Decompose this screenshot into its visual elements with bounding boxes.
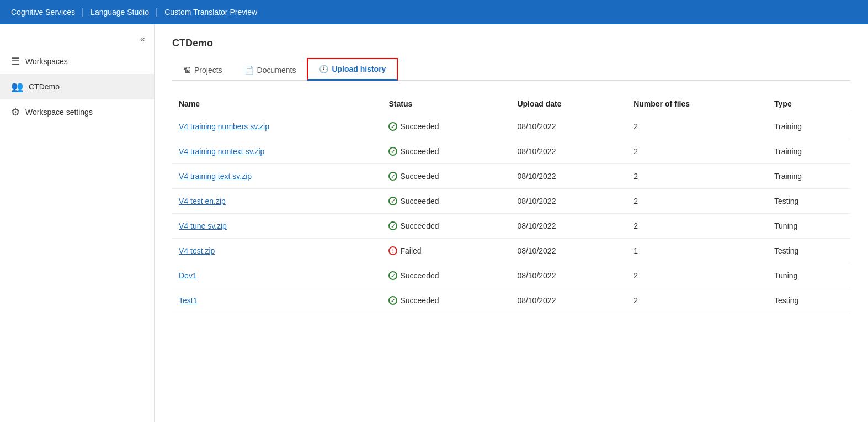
success-icon: ✓	[388, 172, 397, 181]
success-icon: ✓	[388, 221, 397, 230]
col-header-name: Name	[172, 94, 382, 114]
type-cell: Testing	[768, 288, 850, 313]
sidebar: « ☰ Workspaces 👥 CTDemo ⚙ Workspace sett…	[0, 24, 155, 422]
status-cell: ✓Succeeded	[388, 147, 504, 156]
table-row: V4 test.zip!Failed08/10/20221Testing	[172, 239, 850, 263]
page-title: CTDemo	[172, 38, 850, 49]
num-files-cell: 1	[627, 239, 768, 263]
top-bar: Cognitive Services | Language Studio | C…	[0, 0, 868, 24]
num-files-cell: 2	[627, 263, 768, 288]
settings-icon: ⚙	[11, 106, 20, 118]
row-name-link[interactable]: V4 test en.zip	[179, 197, 226, 205]
status-text: Succeeded	[400, 271, 439, 280]
upload-date-cell: 08/10/2022	[510, 263, 627, 288]
table-row: V4 tune sv.zip✓Succeeded08/10/20222Tunin…	[172, 214, 850, 239]
main-content: CTDemo 🏗 Projects 📄 Documents 🕐 Upload h…	[155, 24, 868, 422]
col-header-status: Status	[382, 94, 510, 114]
type-cell: Tuning	[768, 214, 850, 239]
num-files-cell: 2	[627, 214, 768, 239]
status-text: Failed	[400, 246, 421, 255]
status-text: Succeeded	[400, 122, 439, 131]
table-row: V4 training numbers sv.zip✓Succeeded08/1…	[172, 114, 850, 139]
topbar-divider-2: |	[156, 7, 158, 17]
sidebar-item-ctdemo[interactable]: 👥 CTDemo	[0, 74, 154, 99]
sidebar-item-workspaces[interactable]: ☰ Workspaces	[0, 49, 154, 74]
tabs-container: 🏗 Projects 📄 Documents 🕐 Upload history	[172, 58, 850, 81]
upload-date-cell: 08/10/2022	[510, 114, 627, 139]
status-cell: ✓Succeeded	[388, 296, 504, 305]
upload-date-cell: 08/10/2022	[510, 189, 627, 214]
status-cell: ✓Succeeded	[388, 271, 504, 280]
num-files-cell: 2	[627, 288, 768, 313]
upload-history-table: Name Status Upload date Number of files …	[172, 94, 850, 313]
table-row: V4 test en.zip✓Succeeded08/10/20222Testi…	[172, 189, 850, 214]
type-cell: Tuning	[768, 263, 850, 288]
upload-date-cell: 08/10/2022	[510, 239, 627, 263]
success-icon: ✓	[388, 197, 397, 205]
table-row: Dev1✓Succeeded08/10/20222Tuning	[172, 263, 850, 288]
tab-documents-label: Documents	[257, 66, 296, 75]
table-row: V4 training nontext sv.zip✓Succeeded08/1…	[172, 139, 850, 164]
table-row: Test1✓Succeeded08/10/20222Testing	[172, 288, 850, 313]
status-text: Succeeded	[400, 296, 439, 305]
collapse-icon: «	[140, 34, 145, 44]
row-name-link[interactable]: V4 tune sv.zip	[179, 221, 227, 230]
tab-projects-label: Projects	[194, 66, 222, 75]
row-name-link[interactable]: V4 training nontext sv.zip	[179, 147, 264, 156]
upload-date-cell: 08/10/2022	[510, 288, 627, 313]
status-text: Succeeded	[400, 197, 439, 205]
upload-history-icon: 🕐	[319, 65, 328, 73]
status-cell: ✓Succeeded	[388, 122, 504, 131]
success-icon: ✓	[388, 271, 397, 280]
sidebar-item-workspace-settings[interactable]: ⚙ Workspace settings	[0, 99, 154, 125]
failed-icon: !	[388, 246, 397, 255]
status-cell: !Failed	[388, 246, 504, 255]
documents-icon: 📄	[244, 66, 254, 75]
projects-icon: 🏗	[183, 66, 191, 75]
app-layout: « ☰ Workspaces 👥 CTDemo ⚙ Workspace sett…	[0, 24, 868, 422]
col-header-num-files: Number of files	[627, 94, 768, 114]
success-icon: ✓	[388, 147, 397, 156]
upload-date-cell: 08/10/2022	[510, 164, 627, 189]
type-cell: Training	[768, 164, 850, 189]
status-cell: ✓Succeeded	[388, 197, 504, 205]
success-icon: ✓	[388, 122, 397, 131]
row-name-link[interactable]: V4 training text sv.zip	[179, 172, 252, 181]
num-files-cell: 2	[627, 164, 768, 189]
table-row: V4 training text sv.zip✓Succeeded08/10/2…	[172, 164, 850, 189]
type-cell: Training	[768, 114, 850, 139]
sidebar-item-label-ctdemo: CTDemo	[29, 82, 60, 91]
topbar-custom-translator[interactable]: Custom Translator Preview	[164, 8, 257, 17]
status-cell: ✓Succeeded	[388, 221, 504, 230]
status-text: Succeeded	[400, 221, 439, 230]
upload-date-cell: 08/10/2022	[510, 214, 627, 239]
tab-projects[interactable]: 🏗 Projects	[172, 60, 233, 80]
tab-upload-history[interactable]: 🕐 Upload history	[307, 58, 398, 81]
num-files-cell: 2	[627, 189, 768, 214]
type-cell: Testing	[768, 189, 850, 214]
row-name-link[interactable]: V4 training numbers sv.zip	[179, 122, 269, 131]
topbar-cognitive-services[interactable]: Cognitive Services	[11, 8, 75, 17]
upload-date-cell: 08/10/2022	[510, 139, 627, 164]
sidebar-collapse-button[interactable]: «	[0, 30, 154, 49]
type-cell: Testing	[768, 239, 850, 263]
col-header-type: Type	[768, 94, 850, 114]
status-text: Succeeded	[400, 147, 439, 156]
tab-upload-history-label: Upload history	[332, 65, 386, 73]
topbar-language-studio[interactable]: Language Studio	[90, 8, 149, 17]
num-files-cell: 2	[627, 139, 768, 164]
row-name-link[interactable]: Test1	[179, 296, 197, 305]
sidebar-item-label-workspaces: Workspaces	[25, 57, 68, 66]
row-name-link[interactable]: Dev1	[179, 271, 197, 280]
row-name-link[interactable]: V4 test.zip	[179, 246, 215, 255]
col-header-upload-date: Upload date	[510, 94, 627, 114]
status-cell: ✓Succeeded	[388, 172, 504, 181]
workspaces-icon: ☰	[11, 55, 20, 67]
type-cell: Training	[768, 139, 850, 164]
tab-documents[interactable]: 📄 Documents	[233, 60, 307, 80]
num-files-cell: 2	[627, 114, 768, 139]
status-text: Succeeded	[400, 172, 439, 181]
ctdemo-icon: 👥	[11, 81, 23, 93]
table-header-row: Name Status Upload date Number of files …	[172, 94, 850, 114]
success-icon: ✓	[388, 296, 397, 305]
